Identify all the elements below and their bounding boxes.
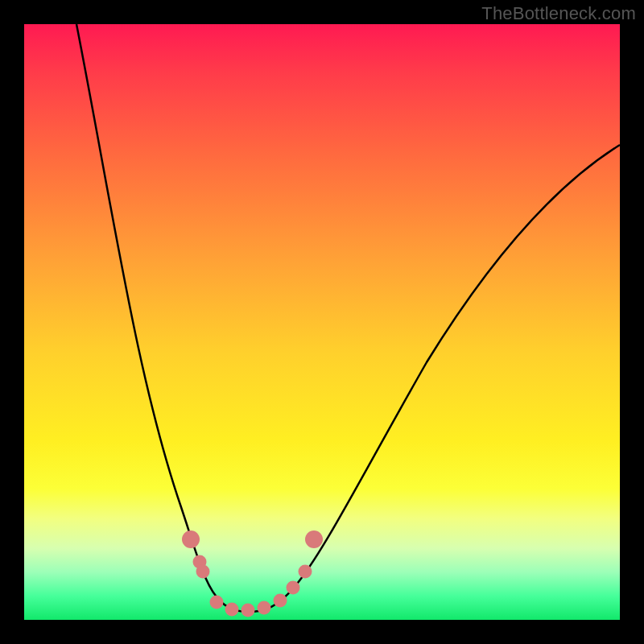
curve-svg <box>24 24 620 620</box>
marker <box>242 604 255 617</box>
plot-area <box>24 24 620 620</box>
marker <box>258 601 271 615</box>
marker <box>182 530 200 548</box>
marker <box>225 603 239 617</box>
marker <box>274 594 287 608</box>
marker <box>287 581 300 595</box>
watermark-text: TheBottleneck.com <box>481 3 636 24</box>
bottleneck-curve <box>76 24 620 612</box>
marker <box>305 530 323 548</box>
marker-group <box>182 530 323 617</box>
chart-frame: TheBottleneck.com <box>0 0 644 644</box>
marker <box>210 596 224 609</box>
marker <box>196 565 210 579</box>
marker <box>299 565 312 579</box>
